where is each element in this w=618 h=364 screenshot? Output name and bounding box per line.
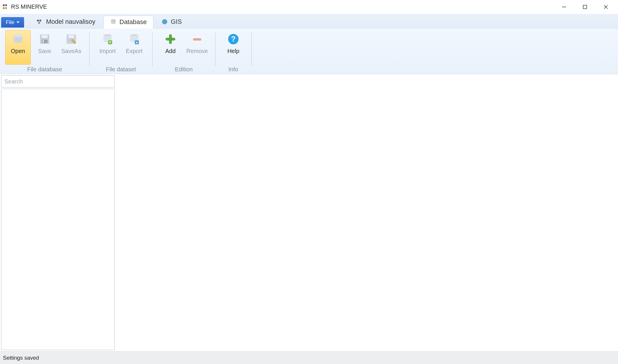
ribbon: Open Save SaveAs File database: [0, 28, 618, 74]
help-button[interactable]: ? Help: [221, 30, 246, 65]
title-left: RS MINERVE: [3, 3, 47, 10]
remove-label: Remove: [186, 48, 208, 54]
tab-model-label: Model nauvalisoy: [46, 18, 95, 26]
close-button[interactable]: [595, 0, 616, 14]
group-file-database-label: File database: [5, 65, 84, 74]
saveas-button[interactable]: SaveAs: [59, 30, 84, 65]
group-file-dataset-label: File dataset: [95, 65, 147, 74]
svg-rect-17: [68, 35, 74, 38]
model-icon: [37, 19, 43, 25]
tree-view[interactable]: [1, 89, 115, 350]
tab-database-label: Database: [119, 18, 147, 26]
svg-rect-26: [193, 38, 201, 41]
globe-icon: [161, 19, 168, 25]
window-controls: [554, 0, 616, 14]
import-icon: [101, 32, 114, 46]
tabstrip: File Model nauvalisoy Database GIS: [0, 14, 618, 28]
sidepanel: [0, 74, 116, 351]
add-button[interactable]: Add: [158, 30, 183, 65]
file-menu-label: File: [6, 19, 14, 26]
svg-rect-13: [42, 35, 48, 38]
svg-rect-23: [166, 38, 175, 40]
database-icon: [110, 19, 117, 25]
search-input[interactable]: [1, 75, 115, 88]
minimize-button[interactable]: [554, 0, 575, 14]
status-text: Settings saved: [3, 355, 39, 361]
saveas-label: SaveAs: [61, 48, 81, 54]
group-info: ? Help Info: [218, 30, 248, 74]
remove-button[interactable]: Remove: [184, 30, 210, 65]
svg-point-11: [14, 34, 22, 37]
import-button[interactable]: Import: [95, 30, 120, 65]
body: [0, 74, 618, 351]
svg-rect-1: [583, 5, 587, 9]
minus-icon: [190, 32, 204, 46]
svg-rect-6: [38, 22, 40, 24]
group-edition-label: Edition: [158, 65, 210, 74]
help-icon: ?: [226, 32, 240, 46]
export-icon: [127, 32, 141, 46]
group-file-database: Open Save SaveAs File database: [3, 30, 86, 74]
ribbon-separator: [152, 32, 152, 66]
app-logo-icon: [3, 4, 8, 10]
plus-icon: [163, 32, 177, 46]
tab-database[interactable]: Database: [103, 16, 153, 28]
save-icon: [38, 32, 52, 46]
titlebar: RS MINERVE: [0, 0, 618, 14]
add-label: Add: [165, 48, 176, 54]
open-button[interactable]: Open: [5, 30, 31, 65]
tab-gis[interactable]: GIS: [155, 15, 188, 28]
database-open-icon: [11, 32, 25, 46]
chevron-down-icon: [17, 21, 19, 23]
file-menu-button[interactable]: File: [1, 17, 24, 28]
save-button[interactable]: Save: [32, 30, 57, 65]
tab-gis-label: GIS: [171, 18, 182, 26]
ribbon-separator: [215, 32, 215, 66]
import-label: Import: [99, 48, 116, 54]
ribbon-separator: [89, 32, 90, 66]
help-label: Help: [227, 48, 239, 54]
svg-rect-4: [37, 20, 39, 21]
ribbon-separator: [251, 32, 252, 66]
group-file-dataset: Import Export File dataset: [92, 30, 149, 74]
app-title: RS MINERVE: [11, 3, 47, 10]
statusbar: Settings saved: [0, 351, 618, 364]
svg-rect-5: [39, 20, 41, 21]
tab-model[interactable]: Model nauvalisoy: [30, 15, 102, 28]
content-area: [116, 74, 618, 351]
group-edition: Add Remove Edition: [155, 30, 212, 74]
export-label: Export: [126, 48, 143, 54]
svg-text:?: ?: [231, 34, 236, 43]
maximize-button[interactable]: [575, 0, 595, 14]
open-label: Open: [11, 48, 25, 54]
save-label: Save: [38, 48, 51, 54]
app-window: RS MINERVE File Model nauvalisoy: [0, 0, 618, 364]
export-button[interactable]: Export: [121, 30, 147, 65]
group-info-label: Info: [221, 65, 246, 74]
saveas-icon: [64, 32, 78, 46]
svg-rect-15: [43, 40, 44, 43]
